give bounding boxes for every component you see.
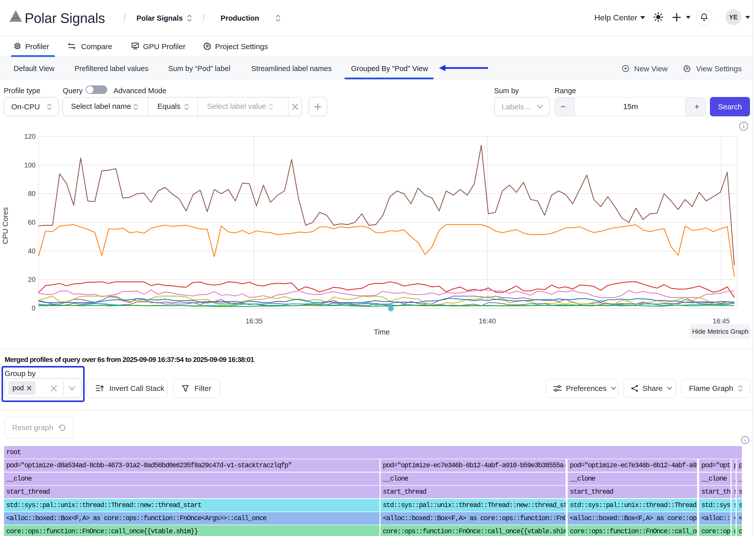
- svg-text:16:45: 16:45: [713, 318, 730, 325]
- svg-text:100: 100: [24, 161, 36, 169]
- svg-text:0: 0: [32, 305, 36, 312]
- svg-text:CPU Cores: CPU Cores: [1, 207, 9, 244]
- svg-text:40: 40: [28, 247, 36, 255]
- svg-text:120: 120: [24, 133, 36, 140]
- svg-text:60: 60: [28, 218, 36, 226]
- svg-text:80: 80: [28, 190, 36, 197]
- svg-text:16:35: 16:35: [246, 318, 263, 325]
- svg-text:16:40: 16:40: [479, 318, 496, 325]
- svg-text:20: 20: [28, 276, 36, 284]
- svg-text:Time: Time: [374, 328, 390, 336]
